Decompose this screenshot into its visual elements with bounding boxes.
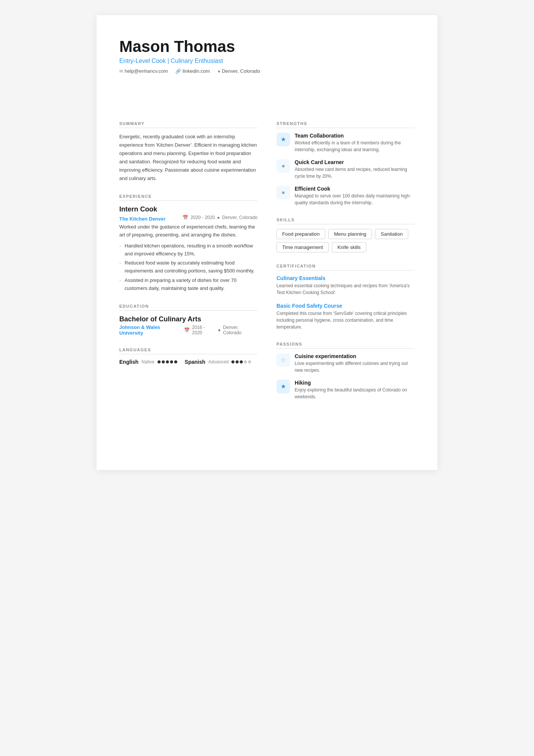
school-name: Johnson & Wales University bbox=[119, 324, 184, 336]
passion-desc-2: Enjoy exploring the beautiful landscapes… bbox=[295, 387, 415, 400]
experience-item: Intern Cook The Kitchen Denver 📅 2020 - … bbox=[119, 205, 258, 292]
company-name: The Kitchen Denver bbox=[119, 216, 166, 222]
skills-grid: Food preparation Menu planning Sanitatio… bbox=[276, 229, 415, 252]
strength-name-2: Quick Card Learner bbox=[295, 159, 415, 165]
passion-item-1: ☆ Cuisine experimentation Love experimen… bbox=[276, 353, 415, 374]
bullet-1: Handled kitchen operations, resulting in… bbox=[119, 242, 258, 258]
edu-location: Denver, Colorado bbox=[223, 325, 258, 335]
candidate-title: Entry-Level Cook | Culinary Enthusiast bbox=[119, 58, 415, 64]
bullet-2: Reduced food waste by accurately estimat… bbox=[119, 259, 258, 275]
email-text: help@enhancv.com bbox=[125, 68, 168, 74]
dot bbox=[166, 360, 169, 363]
strength-item-3: ● Efficient Cook Managed to serve over 1… bbox=[276, 186, 415, 206]
languages-row: English Native Spanish Advanced bbox=[119, 359, 258, 365]
strengths-title: STRENGTHS bbox=[276, 121, 415, 128]
language-english: English Native bbox=[119, 359, 177, 365]
passion-item-2: ★ Hiking Enjoy exploring the beautiful l… bbox=[276, 380, 415, 400]
passion-desc-1: Love experimenting with different cuisin… bbox=[295, 360, 415, 374]
skill-tag-0: Food preparation bbox=[276, 229, 325, 239]
right-column: STRENGTHS ★ Team Collaboration Worked ef… bbox=[276, 121, 415, 447]
exp-description: Worked under the guidance of experienced… bbox=[119, 223, 258, 239]
bullet-3: Assisted in preparing a variety of dishe… bbox=[119, 277, 258, 293]
skills-section: SKILLS Food preparation Menu planning Sa… bbox=[276, 218, 415, 252]
passion-content-1: Cuisine experimentation Love experimenti… bbox=[295, 353, 415, 374]
dot bbox=[158, 360, 161, 363]
exp-bullets: Handled kitchen operations, resulting in… bbox=[119, 242, 258, 293]
dot bbox=[236, 360, 239, 363]
star-outline-icon: ☆ bbox=[281, 356, 286, 363]
dot bbox=[231, 360, 234, 363]
email-contact: ✉ help@enhancv.com bbox=[119, 68, 168, 74]
cert-desc-1: Learned essential cooking techniques and… bbox=[276, 282, 415, 296]
strength-icon-wrap-3: ● bbox=[276, 186, 290, 199]
experience-title: EXPERIENCE bbox=[119, 194, 258, 201]
location-contact: ● Denver, Colorado bbox=[217, 68, 260, 74]
spanish-level: Advanced bbox=[208, 359, 228, 365]
location-icon: ● bbox=[217, 69, 220, 74]
strength-desc-3: Managed to serve over 100 dishes daily m… bbox=[295, 193, 415, 206]
location-pin-icon: ● bbox=[217, 215, 220, 220]
email-icon: ✉ bbox=[119, 69, 123, 74]
strength-item-2: ● Quick Card Learner Absorbed new card i… bbox=[276, 159, 415, 180]
certification-section: CERTIFICATION Culinary Essentials Learne… bbox=[276, 264, 415, 330]
dot-empty bbox=[248, 360, 251, 363]
edu-meta: 📅 2016 - 2020 ● Denver, Colorado bbox=[184, 325, 258, 335]
languages-section: LANGUAGES English Native Spanish Advanc bbox=[119, 347, 258, 365]
experience-section: EXPERIENCE Intern Cook The Kitchen Denve… bbox=[119, 194, 258, 292]
passion-content-2: Hiking Enjoy exploring the beautiful lan… bbox=[295, 380, 415, 400]
exp-company-row: The Kitchen Denver 📅 2020 - 2020 ● Denve… bbox=[119, 214, 258, 223]
degree: Bachelor of Culinary Arts bbox=[119, 315, 258, 323]
linkedin-icon: 🔗 bbox=[175, 69, 181, 74]
spanish-name: Spanish bbox=[185, 359, 205, 365]
cert-item-2: Basic Food Safety Course Completed this … bbox=[276, 303, 415, 330]
location-text: Denver, Colorado bbox=[222, 68, 260, 74]
edu-years: 2016 - 2020 bbox=[192, 325, 216, 335]
dot bbox=[240, 360, 243, 363]
certification-title: CERTIFICATION bbox=[276, 264, 415, 271]
edu-location-icon: ● bbox=[218, 327, 221, 333]
strength-content-1: Team Collaboration Worked efficiently in… bbox=[295, 133, 415, 153]
exp-years: 2020 - 2020 bbox=[190, 215, 215, 220]
bulb-icon: ● bbox=[281, 163, 285, 169]
dot bbox=[162, 360, 165, 363]
cert-item-1: Culinary Essentials Learned essential co… bbox=[276, 275, 415, 296]
education-item: Bachelor of Culinary Arts Johnson & Wale… bbox=[119, 315, 258, 336]
skill-tag-3: Time management bbox=[276, 242, 329, 252]
resume-container: Mason Thomas Entry-Level Cook | Culinary… bbox=[97, 15, 437, 470]
dot bbox=[170, 360, 173, 363]
summary-text: Energetic, recently graduated cook with … bbox=[119, 133, 258, 183]
languages-title: LANGUAGES bbox=[119, 347, 258, 354]
strength-item-1: ★ Team Collaboration Worked efficiently … bbox=[276, 133, 415, 153]
left-column: SUMMARY Energetic, recently graduated co… bbox=[119, 121, 258, 447]
english-dots bbox=[158, 360, 177, 363]
strength-desc-1: Worked efficiently in a team of 8 member… bbox=[295, 139, 415, 153]
strength-icon-wrap-1: ★ bbox=[276, 133, 290, 146]
strength-content-2: Quick Card Learner Absorbed new card ite… bbox=[295, 159, 415, 180]
exp-location: Denver, Colorado bbox=[222, 215, 258, 220]
summary-section: SUMMARY Energetic, recently graduated co… bbox=[119, 121, 258, 183]
passion-name-2: Hiking bbox=[295, 380, 415, 386]
skill-tag-1: Menu planning bbox=[328, 229, 372, 239]
linkedin-contact: 🔗 linkedin.com bbox=[175, 68, 210, 74]
calendar-icon: 📅 bbox=[183, 215, 188, 220]
strength-desc-2: Absorbed new card items and recipes, red… bbox=[295, 166, 415, 180]
strength-icon-wrap-2: ● bbox=[276, 159, 290, 173]
language-spanish: Spanish Advanced bbox=[185, 359, 251, 365]
dot bbox=[174, 360, 177, 363]
bulb-icon-2: ● bbox=[281, 189, 285, 196]
passion-name-1: Cuisine experimentation bbox=[295, 353, 415, 359]
strength-name-3: Efficient Cook bbox=[295, 186, 415, 192]
job-title: Intern Cook bbox=[119, 205, 258, 213]
english-name: English bbox=[119, 359, 139, 365]
contact-row: ✉ help@enhancv.com 🔗 linkedin.com ● Denv… bbox=[119, 68, 415, 74]
passions-title: PASSIONS bbox=[276, 342, 415, 349]
header: Mason Thomas Entry-Level Cook | Culinary… bbox=[119, 38, 415, 110]
candidate-name: Mason Thomas bbox=[119, 38, 415, 55]
passion-icon-wrap-2: ★ bbox=[276, 380, 290, 393]
dot-empty bbox=[244, 360, 247, 363]
edu-calendar-icon: 📅 bbox=[184, 327, 190, 333]
education-title: EDUCATION bbox=[119, 304, 258, 311]
spanish-dots bbox=[231, 360, 251, 363]
passion-icon-wrap-1: ☆ bbox=[276, 353, 290, 367]
strength-name-1: Team Collaboration bbox=[295, 133, 415, 139]
